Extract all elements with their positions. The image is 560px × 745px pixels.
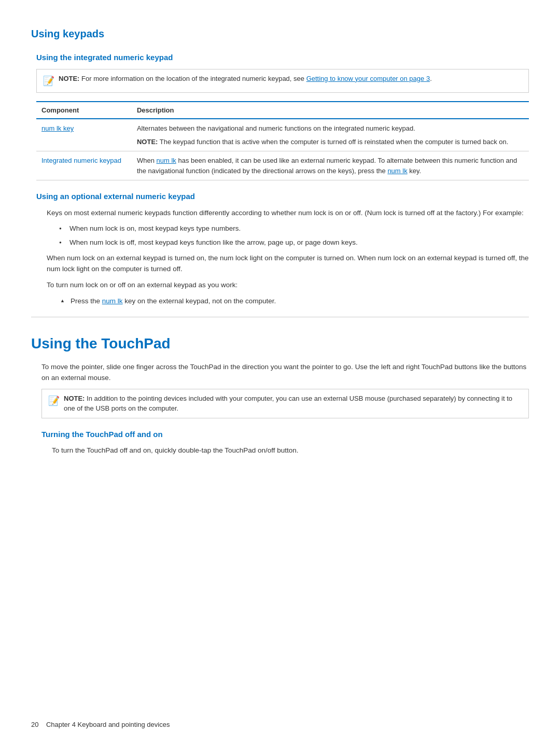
inner-note-label: NOTE: — [137, 138, 158, 146]
table-row: Integrated numeric keypad When num lk ha… — [36, 151, 529, 180]
optional-keypad-body1: Keys on most external numeric keypads fu… — [47, 208, 529, 219]
triangle-text-after: key on the external keypad, not on the c… — [123, 297, 276, 305]
table-row: num lk key Alternates between the naviga… — [36, 119, 529, 151]
note-icon: 📝 — [43, 74, 54, 88]
using-keypads-container: Using the integrated numeric keypad 📝 NO… — [31, 52, 529, 306]
using-keypads-heading: Using keypads — [31, 26, 529, 41]
optional-keypad-body2: When num lock on an external keypad is t… — [47, 253, 529, 275]
touchpad-note-icon: 📝 — [48, 394, 60, 408]
inner-note: NOTE: The keypad function that is active… — [137, 137, 524, 147]
touchpad-note-body: In addition to the pointing devices incl… — [64, 395, 512, 413]
note-text: NOTE: For more information on the locati… — [59, 74, 432, 84]
touchpad-body1: To move the pointer, slide one finger ac… — [41, 362, 529, 384]
touchpad-content: To move the pointer, slide one finger ac… — [31, 362, 529, 456]
list-item: Press the num lk key on the external key… — [62, 296, 529, 306]
touchpad-note-text: NOTE: In addition to the pointing device… — [64, 393, 522, 414]
list-item: When num lock is on, most keypad keys ty… — [62, 223, 529, 234]
inner-note-text: The keypad function that is active when … — [160, 138, 509, 146]
note-label: NOTE: — [59, 75, 79, 82]
description-num-lk: Alternates between the navigational and … — [132, 119, 529, 151]
optional-keypad-content: Keys on most external numeric keypads fu… — [36, 208, 529, 306]
optional-keypad-heading: Using an optional external numeric keypa… — [36, 191, 529, 203]
note-text-after-link: . — [430, 75, 432, 82]
turning-touchpad-body: To turn the TouchPad off and on, quickly… — [52, 445, 529, 456]
section-divider — [31, 317, 529, 317]
list-item: When num lock is off, most keypad keys f… — [62, 237, 529, 248]
page-content: Using keypads Using the integrated numer… — [31, 26, 529, 456]
keypad-bullet-list: When num lock is on, most keypad keys ty… — [47, 223, 529, 248]
desc-main-text: Alternates between the navigational and … — [137, 124, 415, 132]
column-header-description: Description — [132, 102, 529, 119]
component-integrated-keypad: Integrated numeric keypad — [36, 151, 132, 180]
using-touchpad-heading: Using the TouchPad — [31, 333, 529, 355]
integrated-keypad-link[interactable]: Getting to know your computer on page 3 — [306, 75, 430, 82]
num-lk-link-3[interactable]: num lk — [387, 167, 407, 175]
num-lk-link[interactable]: num lk key — [41, 124, 74, 132]
table-header-row: Component Description — [36, 102, 529, 119]
triangle-text-before: Press the — [71, 297, 102, 305]
integrated-keypad-note: 📝 NOTE: For more information on the loca… — [36, 69, 529, 93]
component-label: Integrated numeric keypad — [41, 157, 121, 164]
touchpad-note: 📝 NOTE: In addition to the pointing devi… — [41, 389, 529, 418]
num-lk-triangle-list: Press the num lk key on the external key… — [47, 296, 529, 306]
column-header-component: Component — [36, 102, 132, 119]
turning-touchpad-heading: Turning the TouchPad off and on — [41, 429, 529, 441]
description-integrated-keypad: When num lk has been enabled, it can be … — [132, 151, 529, 180]
note-text-before-link: For more information on the location of … — [81, 75, 306, 82]
num-lk-external-link[interactable]: num lk — [102, 297, 123, 305]
turning-touchpad-content: To turn the TouchPad off and on, quickly… — [41, 445, 529, 456]
num-lk-link-2[interactable]: num lk — [157, 157, 176, 164]
keypad-table: Component Description num lk key Alterna… — [36, 101, 529, 181]
optional-keypad-body3: To turn num lock on or off on an externa… — [47, 280, 529, 291]
component-num-lk: num lk key — [36, 119, 132, 151]
touchpad-note-label: NOTE: — [64, 395, 85, 402]
desc-integrated-text: When num lk has been enabled, it can be … — [137, 157, 517, 175]
integrated-keypad-heading: Using the integrated numeric keypad — [36, 52, 529, 64]
